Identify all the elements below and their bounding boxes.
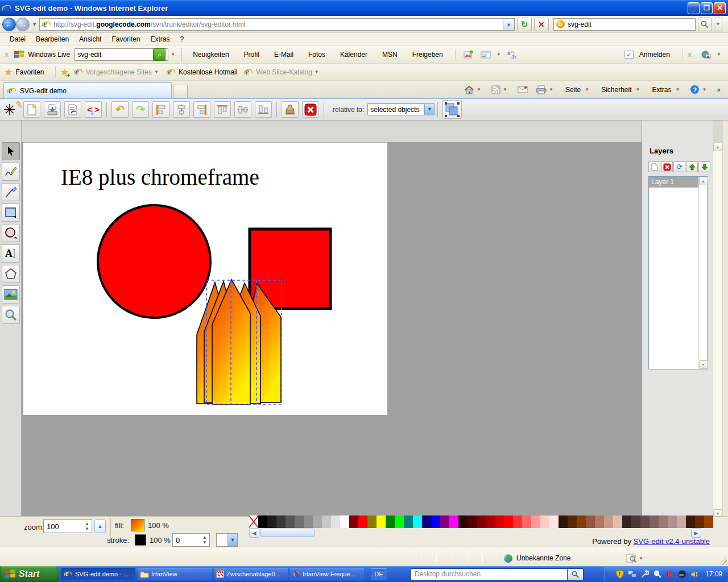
palette-swatch[interactable] xyxy=(559,516,568,528)
undo-button[interactable]: ↶ xyxy=(111,101,129,118)
palette-swatch[interactable] xyxy=(504,516,513,528)
clock[interactable]: 17:09 xyxy=(705,570,722,578)
move-layer-up-button[interactable] xyxy=(686,161,698,172)
line-tool[interactable] xyxy=(2,183,20,201)
task-irfanview[interactable]: IrfanView xyxy=(138,568,212,580)
forward-button[interactable]: → xyxy=(16,18,30,31)
fill-opacity[interactable]: 100 % xyxy=(148,521,169,530)
palette-swatch[interactable] xyxy=(495,516,504,528)
polygon-tool[interactable] xyxy=(2,265,20,283)
add-favorite-icon[interactable]: ★ xyxy=(60,67,68,77)
palette-swatch[interactable] xyxy=(449,516,458,528)
palette-swatch[interactable] xyxy=(586,516,595,528)
palette-swatch[interactable] xyxy=(613,516,622,528)
network-icon[interactable] xyxy=(628,569,637,579)
suggested-sites-link[interactable]: Vorgeschlagene Sites xyxy=(86,68,152,76)
align-right-button[interactable] xyxy=(193,101,210,118)
stroke-opacity[interactable]: 100 % xyxy=(150,536,171,544)
palette-swatch[interactable] xyxy=(650,516,659,528)
live-link-fotos[interactable]: Fotos xyxy=(308,51,325,59)
language-indicator[interactable]: DE xyxy=(371,568,387,580)
email-window-dropdown-icon[interactable]: ▼ xyxy=(497,52,501,57)
palette-swatch[interactable] xyxy=(677,516,686,528)
palette-swatch[interactable] xyxy=(377,516,386,528)
red-circle[interactable] xyxy=(98,205,210,318)
palette-swatch[interactable] xyxy=(286,516,295,528)
kaspersky-icon[interactable]: K xyxy=(665,569,675,579)
palette-swatch[interactable] xyxy=(522,516,531,528)
live-search-box[interactable]: svg-edit ⌕ xyxy=(75,48,168,61)
palette-swatch[interactable] xyxy=(276,516,286,528)
security-menu[interactable]: Sicherheit▼ xyxy=(599,86,642,94)
share-photo-icon[interactable] xyxy=(462,49,475,60)
pencil-tool[interactable] xyxy=(2,163,20,181)
save-image-button[interactable] xyxy=(44,101,61,118)
live-link-email[interactable]: E-Mail xyxy=(274,51,293,59)
palette-swatch[interactable] xyxy=(577,516,586,528)
palette-swatch[interactable] xyxy=(313,516,322,528)
palette-swatch[interactable] xyxy=(477,516,486,528)
palette-swatch[interactable] xyxy=(486,516,495,528)
adobe-globe-icon[interactable] xyxy=(700,49,712,60)
web-slice-dropdown-icon[interactable]: ▼ xyxy=(315,69,319,74)
help-button[interactable]: ? ▼ xyxy=(690,85,709,94)
feeds-button[interactable]: ▼ xyxy=(491,85,510,94)
source-editor-button[interactable]: <svg> xyxy=(85,101,102,118)
align-center-button[interactable] xyxy=(173,101,190,118)
translate-icon[interactable]: aあ xyxy=(506,49,518,60)
palette-swatch[interactable] xyxy=(686,516,695,528)
palette-swatch[interactable] xyxy=(695,516,704,528)
palette-swatch[interactable] xyxy=(340,516,349,528)
hotmail-link[interactable]: Kostenlose Hotmail xyxy=(179,68,237,76)
search-options-dropdown[interactable]: ▼ xyxy=(714,18,722,31)
palette-swatch[interactable] xyxy=(386,516,395,528)
task-irfanview-freque[interactable]: IrfanView Freque... xyxy=(290,568,364,580)
redo-button[interactable]: ↷ xyxy=(132,101,149,118)
page-menu[interactable]: Seite▼ xyxy=(564,86,592,94)
palette-swatch[interactable] xyxy=(640,516,650,528)
live-link-freigeben[interactable]: Freigeben xyxy=(412,51,443,59)
palette-swatch[interactable] xyxy=(367,516,377,528)
text-tool[interactable]: A xyxy=(2,244,20,263)
ellipse-tool[interactable] xyxy=(2,224,20,242)
palette-swatch[interactable] xyxy=(440,516,449,528)
palette-swatch[interactable] xyxy=(668,516,677,528)
palette-swatch[interactable] xyxy=(568,516,577,528)
palette-scroll-thumb[interactable] xyxy=(260,529,315,537)
palette-swatch[interactable] xyxy=(604,516,613,528)
stroke-width-spinner[interactable]: 0 ▲▼ xyxy=(172,533,210,547)
security-shield-icon[interactable]: ! xyxy=(615,569,624,579)
palette-swatch[interactable] xyxy=(404,516,413,528)
url-dropdown-button[interactable]: ▼ xyxy=(503,18,515,31)
settings-wrench-icon[interactable] xyxy=(640,569,650,579)
clone-button[interactable] xyxy=(282,101,299,118)
palette-swatch[interactable] xyxy=(267,516,276,528)
palette-swatch[interactable] xyxy=(531,516,540,528)
menu-bearbeiten[interactable]: Bearbeiten xyxy=(31,34,74,45)
palette-swatch[interactable] xyxy=(422,516,431,528)
desktop-search-input[interactable]: Desktop durchsuchen xyxy=(411,568,568,580)
search-box[interactable]: b svg-edit xyxy=(553,18,696,31)
ocp-icon[interactable]: ocp xyxy=(678,569,687,579)
align-left-button[interactable] xyxy=(152,101,169,118)
search-tray-icon[interactable] xyxy=(653,569,662,579)
palette-swatch[interactable] xyxy=(595,516,604,528)
live-link-kalender[interactable]: Kalender xyxy=(340,51,367,59)
signin-label[interactable]: Anmelden xyxy=(639,51,670,59)
print-button[interactable]: ▼ xyxy=(536,85,556,94)
palette-swatch[interactable] xyxy=(540,516,549,528)
stroke-color-swatch[interactable] xyxy=(135,534,146,546)
palette-swatch[interactable] xyxy=(431,516,440,528)
minimize-button[interactable]: _ xyxy=(688,2,700,14)
page-vertical-scrollbar[interactable]: ▲ ▼ xyxy=(713,142,723,518)
desktop-search-button[interactable] xyxy=(568,568,584,580)
stop-button[interactable]: ✕ xyxy=(534,18,549,31)
search-button[interactable] xyxy=(698,18,712,31)
version-link[interactable]: SVG-edit v2.4-unstable xyxy=(634,537,710,546)
fill-color-swatch[interactable] xyxy=(131,519,144,531)
palette-swatch[interactable] xyxy=(659,516,668,528)
zoom-tool[interactable] xyxy=(2,306,20,324)
palette-swatch[interactable] xyxy=(458,516,468,528)
url-field[interactable]: e http://svg-edit.googlecode.com/svn/tru… xyxy=(39,18,503,31)
palette-swatch[interactable] xyxy=(322,516,331,528)
